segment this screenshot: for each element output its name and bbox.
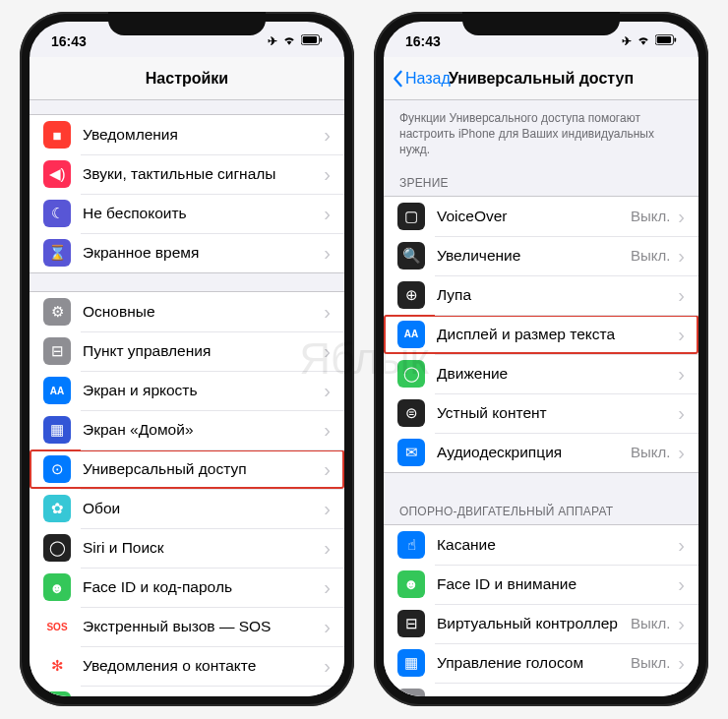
row-label: Обои [83, 500, 324, 517]
row-label: Касание [437, 536, 678, 554]
status-time: 16:43 [405, 33, 441, 49]
settings-row[interactable]: ◀︎)Звуки, тактильные сигналы› [30, 154, 344, 194]
sidebtn-icon: ▯ [397, 689, 425, 696]
status-icons: ✈︎ [622, 34, 677, 49]
chevron-right-icon: › [324, 341, 331, 361]
voicectrl-icon: ▦ [397, 649, 425, 677]
notch [108, 12, 266, 35]
chevron-right-icon: › [324, 204, 331, 223]
chevron-right-icon: › [324, 164, 331, 184]
chevron-right-icon: › [324, 302, 331, 322]
settings-row[interactable]: ⌛Экранное время› [30, 233, 344, 272]
accessibility-icon: ⊙ [43, 455, 71, 483]
row-label: Экран и яркость [83, 382, 324, 399]
screentime-icon: ⌛ [43, 239, 71, 267]
settings-row[interactable]: ⊟Виртуальный контроллерВыкл.› [384, 604, 698, 643]
section-header-vision: ЗРЕНИЕ [384, 162, 698, 196]
row-label: Боковая кнопка [437, 693, 678, 696]
row-label: VoiceOver [437, 208, 631, 225]
row-label: Не беспокоить [83, 205, 324, 222]
settings-row[interactable]: ◯Siri и Поиск› [30, 528, 344, 568]
wifi-icon [636, 34, 651, 49]
settings-row[interactable]: ■Уведомления› [30, 115, 344, 154]
row-value: Выкл. [631, 654, 670, 671]
chevron-right-icon: › [324, 459, 331, 479]
dnd-icon: ☾ [43, 200, 71, 227]
row-label: Уведомления [83, 126, 324, 144]
nav-bar: Настройки [30, 57, 344, 100]
group-1: ■Уведомления›◀︎)Звуки, тактильные сигнал… [30, 114, 344, 273]
page-title: Настройки [146, 70, 228, 88]
back-button[interactable]: Назад [392, 70, 451, 88]
settings-row[interactable]: ▯Боковая кнопка› [384, 683, 698, 696]
airplane-icon: ✈︎ [622, 34, 632, 48]
chevron-right-icon: › [324, 617, 331, 636]
bell-icon: ■ [43, 121, 71, 149]
settings-row[interactable]: ✿Обои› [30, 489, 344, 528]
settings-row[interactable]: ✉︎АудиодескрипцияВыкл.› [384, 433, 698, 472]
group-vision: ▢VoiceOverВыкл.›🔍УвеличениеВыкл.›⊕Лупа›A… [384, 196, 698, 473]
chevron-right-icon: › [324, 381, 331, 400]
row-label: Уведомления о контакте [83, 657, 324, 675]
content-left[interactable]: ■Уведомления›◀︎)Звуки, тактильные сигнал… [30, 100, 344, 696]
row-label: Siri и Поиск [83, 539, 324, 557]
textsize-icon: AA [397, 321, 425, 348]
touch-icon: ☝︎ [397, 531, 425, 559]
chevron-right-icon: › [678, 653, 685, 673]
settings-row[interactable]: ⚙︎Основные› [30, 292, 344, 331]
group-2: ⚙︎Основные›⊟Пункт управления›AAЭкран и я… [30, 291, 344, 696]
settings-row[interactable]: ⊜Устный контент› [384, 393, 698, 433]
row-label: Face ID и код-пароль [83, 578, 324, 596]
motion-icon: ◯ [397, 360, 425, 388]
settings-row[interactable]: AAДисплей и размер текста› [384, 315, 698, 354]
settings-row[interactable]: ☻Face ID и внимание› [384, 565, 698, 604]
settings-row[interactable]: ▮Аккумулятор› [30, 686, 344, 696]
zoom-icon: 🔍 [397, 242, 425, 270]
settings-row[interactable]: ☾Не беспокоить› [30, 194, 344, 233]
row-label: Универсальный доступ [83, 460, 324, 478]
settings-row[interactable]: ▦Управление голосомВыкл.› [384, 643, 698, 683]
row-value: Выкл. [631, 247, 670, 264]
phone-right: 16:43 ✈︎ Назад Универсальный доступ Функ… [374, 12, 708, 706]
row-label: Увеличение [437, 247, 631, 265]
row-label: Пункт управления [83, 342, 324, 360]
battery-icon [655, 34, 677, 48]
chevron-right-icon: › [678, 207, 685, 226]
settings-row[interactable]: AAЭкран и яркость› [30, 371, 344, 410]
battery-icon [301, 34, 323, 48]
row-label: Лупа [437, 286, 678, 304]
chevron-right-icon: › [324, 577, 331, 597]
chevron-right-icon: › [678, 325, 685, 344]
chevron-right-icon: › [678, 535, 685, 555]
chevron-right-icon: › [678, 692, 685, 696]
row-label: Экстренный вызов — SOS [83, 618, 324, 635]
settings-row[interactable]: ▢VoiceOverВыкл.› [384, 197, 698, 236]
row-label: Аудиодескрипция [437, 444, 631, 461]
settings-row[interactable]: ⊙Универсальный доступ› [30, 449, 344, 489]
row-label: Основные [83, 303, 324, 321]
settings-row[interactable]: ⊕Лупа› [384, 275, 698, 315]
sos-icon: SOS [43, 613, 71, 640]
row-value: Выкл. [631, 615, 670, 631]
settings-row[interactable]: ◯Движение› [384, 354, 698, 393]
chevron-right-icon: › [324, 243, 331, 263]
settings-row[interactable]: ☝︎Касание› [384, 525, 698, 565]
chevron-right-icon: › [678, 246, 685, 266]
settings-row[interactable]: ☻Face ID и код-пароль› [30, 568, 344, 607]
settings-row[interactable]: ▦Экран «Домой»› [30, 410, 344, 449]
row-label: Экранное время [83, 244, 324, 262]
row-label: Face ID и внимание [437, 575, 678, 593]
chevron-right-icon: › [678, 364, 685, 384]
display-icon: AA [43, 377, 71, 404]
settings-row[interactable]: ✻Уведомления о контакте› [30, 646, 344, 686]
chevron-right-icon: › [324, 420, 331, 440]
settings-row[interactable]: ⊟Пункт управления› [30, 331, 344, 371]
back-label: Назад [405, 70, 451, 88]
settings-row[interactable]: SOSЭкстренный вызов — SOS› [30, 607, 344, 646]
wifi-icon [281, 34, 297, 49]
content-right[interactable]: Функции Универсального доступа помогают … [384, 100, 698, 696]
voiceover-icon: ▢ [397, 203, 425, 230]
settings-row[interactable]: 🔍УвеличениеВыкл.› [384, 236, 698, 275]
faceatt-icon: ☻ [397, 570, 425, 598]
svg-rect-2 [320, 37, 322, 41]
